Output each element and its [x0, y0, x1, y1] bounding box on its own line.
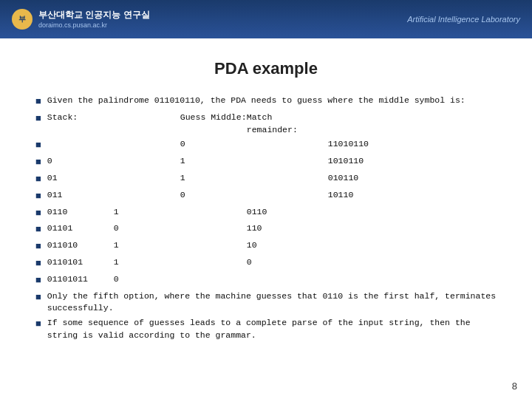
cell-stack: 011 — [47, 189, 114, 202]
table-row-data: 01101011 0 — [47, 273, 497, 286]
cell-guess — [114, 172, 180, 185]
cell-middle — [180, 239, 247, 252]
bullet-icon: ■ — [35, 318, 41, 332]
cell-guess: 1 — [114, 256, 180, 269]
cell-stack: 0 — [47, 155, 114, 168]
list-item-row3: ■ 01 1 010110 — [35, 172, 497, 187]
cell-middle: 0 — [180, 138, 247, 151]
col-stack-header: Stack: — [47, 112, 114, 136]
cell-match — [247, 138, 328, 151]
list-item-row5: ■ 0110 1 0110 — [35, 206, 497, 221]
bullet-icon: ■ — [35, 223, 41, 237]
cell-middle: 1 — [180, 172, 247, 185]
table-row-data: 0110101 1 0 — [47, 256, 497, 269]
table-row-data: 0110 1 0110 — [47, 206, 497, 219]
header-left: 부 부산대학교 인공지능 연구실 doraimo.cs.pusan.ac.kr — [12, 9, 150, 30]
cell-middle — [180, 206, 247, 219]
lab-name: Artificial Intelligence Laboratory — [407, 15, 520, 24]
col-guess-header — [114, 112, 180, 136]
bullet-icon: ■ — [35, 95, 41, 109]
data-row: 0 11010110 — [47, 138, 497, 151]
list-item-row9: ■ 01101011 0 — [35, 273, 497, 288]
page-number: 8 — [512, 381, 517, 392]
bullet-icon: ■ — [35, 274, 41, 288]
table-row-data: 0 11010110 — [47, 138, 497, 151]
cell-remainder: 10110 — [328, 189, 395, 202]
list-item: ■ Given the palindrome 011010110, the PD… — [35, 95, 497, 109]
cell-stack: 01 — [47, 172, 114, 185]
list-item-sequence: ■ If some sequence of guesses leads to a… — [35, 317, 497, 341]
cell-stack: 01101 — [47, 222, 114, 235]
cell-remainder: 1010110 — [328, 155, 395, 168]
cell-middle — [180, 222, 247, 235]
bullet-text: Only the fifth option, where the machine… — [47, 290, 497, 315]
header-bar: 부 부산대학교 인공지능 연구실 doraimo.cs.pusan.ac.kr … — [0, 0, 532, 38]
bullet-icon: ■ — [35, 139, 41, 153]
cell-stack: 0110101 — [47, 256, 114, 269]
cell-remainder: 11010110 — [328, 138, 395, 151]
table-row-data: 01 1 010110 — [47, 172, 497, 185]
bullet-text: If some sequence of guesses leads to a c… — [47, 317, 497, 341]
cell-guess — [114, 189, 180, 202]
bullet-icon: ■ — [35, 112, 41, 126]
cell-stack: 0110 — [47, 206, 114, 219]
data-row: 0110 1 0110 — [47, 206, 497, 219]
cell-match: 0 — [247, 256, 328, 269]
bullet-icon: ■ — [35, 257, 41, 271]
cell-guess — [114, 138, 180, 151]
cell-middle — [180, 256, 247, 269]
data-row: 01 1 010110 — [47, 172, 497, 185]
cell-match — [247, 155, 328, 168]
cell-stack — [47, 138, 114, 151]
cell-middle: 1 — [180, 155, 247, 168]
slide-title: PDA example — [35, 59, 497, 78]
col-match-header: Match remainder: — [247, 112, 328, 136]
data-row: 011 0 10110 — [47, 189, 497, 202]
bullet-icon: ■ — [35, 291, 41, 305]
cell-guess: 0 — [114, 273, 180, 286]
cell-stack: 011010 — [47, 239, 114, 252]
table-header: Stack: Guess Middle: Match remainder: — [47, 112, 497, 136]
table-row-data: 011 0 10110 — [47, 189, 497, 202]
table-row-data: 01101 0 110 — [47, 222, 497, 235]
table-header-row: Stack: Guess Middle: Match remainder: — [47, 112, 497, 136]
cell-guess: 0 — [114, 222, 180, 235]
bullet-list: ■ Given the palindrome 011010110, the PD… — [35, 95, 497, 341]
list-item-row8: ■ 0110101 1 0 — [35, 256, 497, 271]
list-item-row6: ■ 01101 0 110 — [35, 222, 497, 237]
cell-guess: 1 — [114, 239, 180, 252]
table-row-data: 011010 1 10 — [47, 239, 497, 252]
university-info: 부산대학교 인공지능 연구실 doraimo.cs.pusan.ac.kr — [38, 10, 150, 29]
data-row: 01101 0 110 — [47, 222, 497, 235]
data-row: 0 1 1010110 — [47, 155, 497, 168]
university-name: 부산대학교 인공지능 연구실 — [38, 10, 150, 21]
list-item-fifth: ■ Only the fifth option, where the machi… — [35, 290, 497, 315]
data-row: 01101011 0 — [47, 273, 497, 286]
bullet-icon: ■ — [35, 173, 41, 187]
list-item-row4: ■ 011 0 10110 — [35, 189, 497, 204]
cell-remainder: 010110 — [328, 172, 395, 185]
bullet-icon: ■ — [35, 190, 41, 204]
cell-match: 10 — [247, 239, 328, 252]
university-url: doraimo.cs.pusan.ac.kr — [38, 21, 107, 29]
cell-match — [247, 172, 328, 185]
list-item-row2: ■ 0 1 1010110 — [35, 155, 497, 170]
cell-match: 110 — [247, 222, 328, 235]
cell-match: 0110 — [247, 206, 328, 219]
list-item-row1: ■ 0 11010110 — [35, 138, 497, 153]
bullet-icon: ■ — [35, 156, 41, 170]
slide-content: PDA example ■ Given the palindrome 01101… — [0, 38, 532, 355]
list-item-row7: ■ 011010 1 10 — [35, 239, 497, 254]
table-row-data: 0 1 1010110 — [47, 155, 497, 168]
university-logo: 부 — [12, 9, 33, 30]
cell-match — [247, 189, 328, 202]
data-row: 011010 1 10 — [47, 239, 497, 252]
cell-guess: 1 — [114, 206, 180, 219]
bullet-icon: ■ — [35, 240, 41, 254]
cell-middle: 0 — [180, 189, 247, 202]
cell-stack: 01101011 — [47, 273, 114, 286]
list-item-table-header: ■ Stack: Guess Middle: Match remainder: — [35, 112, 497, 136]
bullet-icon: ■ — [35, 207, 41, 221]
bullet-text: Given the palindrome 011010110, the PDA … — [47, 95, 497, 107]
data-row: 0110101 1 0 — [47, 256, 497, 269]
